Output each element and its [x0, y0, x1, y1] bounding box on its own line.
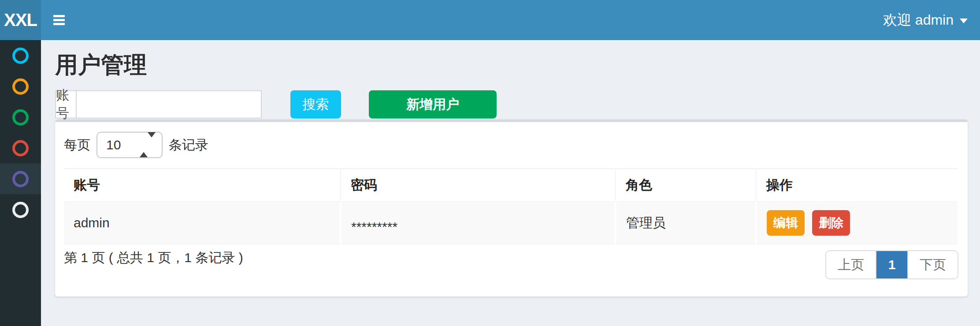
table-panel: 每页 10 条记录 账号 密码 角色 操作 admin [55, 119, 968, 296]
header-role: 角色 [616, 169, 756, 202]
users-table: 账号 密码 角色 操作 admin ********* 管理员 编辑 删除 [64, 168, 958, 244]
sidebar [0, 40, 41, 326]
welcome-label: 欢迎 admin [883, 11, 954, 30]
caret-down-icon [960, 19, 968, 23]
per-page-value: 10 [106, 137, 121, 152]
sidebar-toggle-icon[interactable] [53, 13, 65, 27]
circle-outline-icon [12, 202, 29, 218]
search-toolbar: 账号 搜索 新增用户 [55, 90, 497, 119]
per-page-select[interactable]: 10 [97, 132, 163, 158]
circle-outline-icon [12, 171, 29, 187]
edit-button[interactable]: 编辑 [767, 210, 805, 236]
search-button[interactable]: 搜索 [290, 90, 341, 119]
page-title: 用户管理 [55, 50, 147, 81]
table-header-row: 账号 密码 角色 操作 [64, 169, 958, 202]
pagination-summary: 第 1 页 ( 总共 1 页，1 条记录 ) [64, 249, 243, 267]
circle-outline-icon [12, 109, 29, 126]
username-label: 账号 [55, 90, 76, 119]
hamburger-bar [53, 23, 65, 25]
user-menu[interactable]: 欢迎 admin [883, 11, 968, 30]
cell-role: 管理员 [616, 202, 756, 244]
cell-password: ********* [341, 202, 616, 244]
header-username: 账号 [64, 169, 341, 202]
circle-outline-icon [12, 48, 29, 64]
per-page-prefix-label: 每页 [64, 136, 90, 154]
sidebar-item-4[interactable] [0, 133, 41, 163]
sidebar-item-2[interactable] [0, 71, 41, 102]
top-navbar: 欢迎 admin [41, 0, 980, 40]
cell-username: admin [64, 202, 341, 244]
select-arrows-icon [140, 137, 156, 152]
pagination-prev-button[interactable]: 上页 [826, 251, 876, 278]
header-actions: 操作 [756, 169, 958, 202]
sidebar-item-5-active[interactable] [0, 163, 41, 194]
per-page-control: 每页 10 条记录 [64, 132, 208, 158]
sidebar-item-1[interactable] [0, 40, 41, 71]
pagination-next-button[interactable]: 下页 [907, 251, 958, 278]
circle-outline-icon [12, 140, 29, 156]
circle-outline-icon [12, 78, 29, 95]
hamburger-bar [53, 15, 65, 17]
delete-button[interactable]: 删除 [812, 210, 850, 236]
main-content: 用户管理 账号 搜索 新增用户 每页 10 条记录 账号 密码 [41, 40, 980, 326]
hamburger-bar [53, 19, 65, 21]
pagination-page-1-button[interactable]: 1 [876, 251, 907, 278]
cell-actions: 编辑 删除 [756, 202, 958, 244]
pagination: 上页 1 下页 [825, 250, 958, 279]
header-password: 密码 [341, 169, 616, 202]
table-row: admin ********* 管理员 编辑 删除 [64, 202, 958, 244]
username-input-group: 账号 [55, 90, 262, 119]
per-page-suffix-label: 条记录 [169, 136, 208, 154]
sidebar-item-3[interactable] [0, 102, 41, 133]
sidebar-item-6[interactable] [0, 194, 41, 225]
add-user-button[interactable]: 新增用户 [369, 90, 497, 119]
username-input[interactable] [76, 90, 262, 119]
app-logo[interactable]: XXL [0, 0, 41, 40]
